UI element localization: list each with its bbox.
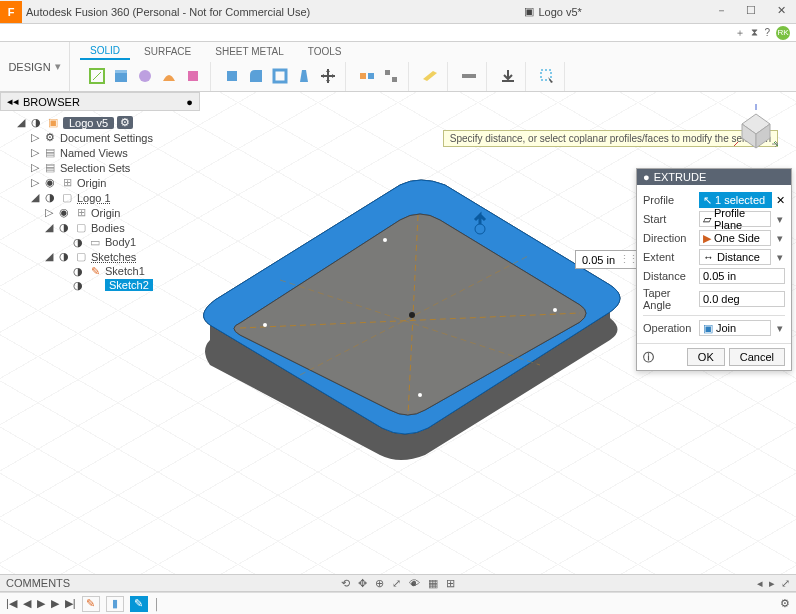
next-icon[interactable]: ▸: [769, 577, 775, 590]
row-distance: Distance 0.05 in: [643, 268, 785, 284]
ok-button[interactable]: OK: [687, 348, 725, 366]
svg-rect-2: [115, 70, 127, 73]
assemble-icon[interactable]: [380, 65, 402, 87]
zoom-icon[interactable]: ⊕: [375, 577, 384, 590]
profile-selection[interactable]: ↖1 selected: [699, 192, 772, 208]
tab-solid[interactable]: SOLID: [80, 43, 130, 60]
row-direction: Direction ▶One Side▾: [643, 230, 785, 246]
timeline-next-icon[interactable]: ▶: [51, 597, 59, 610]
tree-item[interactable]: ▷⚙Document Settings: [0, 130, 200, 145]
new-icon[interactable]: ＋: [735, 26, 745, 40]
chevron-down-icon[interactable]: ▾: [775, 213, 785, 226]
fit-icon[interactable]: ⤢: [392, 577, 401, 590]
direction-dropdown[interactable]: ▶One Side: [699, 230, 771, 246]
timeline-event-active[interactable]: ✎: [130, 596, 148, 612]
prev-icon[interactable]: ◂: [757, 577, 763, 590]
spinner-icon[interactable]: ⋮⋮: [619, 253, 637, 266]
tree-item[interactable]: ◢◑▢Sketches: [0, 249, 200, 264]
insert-icon[interactable]: [497, 65, 519, 87]
plane-icon: ▱: [703, 213, 711, 226]
panel-header[interactable]: ●EXTRUDE: [637, 169, 791, 185]
grid-icon[interactable]: ⊞: [446, 577, 455, 590]
select-icon[interactable]: [536, 65, 558, 87]
tab-sheet-metal[interactable]: SHEET METAL: [205, 44, 294, 59]
measure-icon[interactable]: [458, 65, 480, 87]
orbit-icon[interactable]: ⟲: [341, 577, 350, 590]
extent-dropdown[interactable]: ↔Distance: [699, 249, 771, 265]
tree-item[interactable]: ▷▤Named Views: [0, 145, 200, 160]
svg-point-17: [409, 312, 415, 318]
tree-item-selected[interactable]: ◑✎Sketch2: [0, 278, 200, 292]
tree-root[interactable]: ◢◑▣Logo v5⚙: [0, 115, 200, 130]
tree-item[interactable]: ◑✎Sketch1: [0, 264, 200, 278]
timeline-event[interactable]: ▮: [106, 596, 124, 612]
viewcube[interactable]: [728, 100, 784, 156]
timeline-play-icon[interactable]: ▶: [37, 597, 45, 610]
timeline-prev-icon[interactable]: ◀: [23, 597, 31, 610]
quick-access-bar: ＋ ⧗ ? RK: [0, 24, 796, 42]
draft-icon[interactable]: [293, 65, 315, 87]
minimize-button[interactable]: －: [706, 0, 736, 20]
info-icon[interactable]: ⓘ: [643, 350, 654, 365]
collapse-icon[interactable]: ◂◂: [7, 95, 19, 108]
shell-icon[interactable]: [269, 65, 291, 87]
loft-icon[interactable]: [182, 65, 204, 87]
group-modify: [215, 62, 346, 91]
sketch-icon[interactable]: [86, 65, 108, 87]
group-select: [530, 62, 565, 91]
close-button[interactable]: ✕: [766, 0, 796, 20]
tree-item[interactable]: ◢◑▢Logo 1: [0, 190, 200, 205]
chevron-down-icon[interactable]: ▾: [775, 232, 785, 245]
chevron-down-icon[interactable]: ▾: [775, 322, 785, 335]
user-avatar[interactable]: RK: [776, 26, 790, 40]
distance-input[interactable]: 0.05 in: [699, 268, 785, 284]
row-start: Start ▱Profile Plane▾: [643, 211, 785, 227]
tree-item[interactable]: ▷▤Selection Sets: [0, 160, 200, 175]
fillet-icon[interactable]: [245, 65, 267, 87]
notifications-icon[interactable]: ⧗: [751, 27, 758, 39]
browser-header[interactable]: ◂◂ BROWSER ●: [0, 92, 200, 111]
join-icon: ▣: [703, 322, 713, 335]
svg-rect-9: [385, 70, 390, 75]
plane-icon[interactable]: [419, 65, 441, 87]
svg-rect-8: [368, 73, 374, 79]
chevron-down-icon[interactable]: ▾: [775, 251, 785, 264]
dimension-value[interactable]: 0.05 in: [582, 254, 615, 266]
group-inspect: [452, 62, 487, 91]
move-icon[interactable]: [317, 65, 339, 87]
press-pull-icon[interactable]: [221, 65, 243, 87]
clear-selection-icon[interactable]: ✕: [776, 194, 785, 207]
cancel-button[interactable]: Cancel: [729, 348, 785, 366]
model[interactable]: [170, 150, 640, 470]
extrude-icon[interactable]: [110, 65, 132, 87]
group-insert: [491, 62, 526, 91]
comments-label[interactable]: COMMENTS: [6, 577, 70, 589]
tree-item[interactable]: ◢◑▢Bodies: [0, 220, 200, 235]
timeline-end-icon[interactable]: ▶|: [65, 597, 76, 610]
group-construct: [413, 62, 448, 91]
tree-item[interactable]: ◑▭Body1: [0, 235, 200, 249]
tree-item[interactable]: ▷◉⊞Origin: [0, 175, 200, 190]
joint-icon[interactable]: [356, 65, 378, 87]
expand-icon[interactable]: ⤢: [781, 577, 790, 590]
taper-input[interactable]: 0.0 deg: [699, 291, 785, 307]
timeline-event[interactable]: ✎: [82, 596, 100, 612]
app-icon: F: [0, 1, 22, 23]
cube-icon: ▣: [524, 5, 534, 18]
help-icon[interactable]: ?: [764, 27, 770, 38]
tree-item[interactable]: ▷◉⊞Origin: [0, 205, 200, 220]
dimension-input[interactable]: 0.05 in ⋮⋮: [575, 250, 644, 269]
look-icon[interactable]: 👁: [409, 577, 420, 590]
display-icon[interactable]: ▦: [428, 577, 438, 590]
pan-icon[interactable]: ✥: [358, 577, 367, 590]
operation-dropdown[interactable]: ▣Join: [699, 320, 771, 336]
sweep-icon[interactable]: [158, 65, 180, 87]
timeline-settings-icon[interactable]: ⚙: [780, 597, 790, 610]
tab-tools[interactable]: TOOLS: [298, 44, 352, 59]
revolve-icon[interactable]: [134, 65, 156, 87]
tab-surface[interactable]: SURFACE: [134, 44, 201, 59]
start-dropdown[interactable]: ▱Profile Plane: [699, 211, 771, 227]
maximize-button[interactable]: ☐: [736, 0, 766, 20]
timeline-start-icon[interactable]: |◀: [6, 597, 17, 610]
workspace-switcher[interactable]: DESIGN ▾: [0, 42, 70, 91]
